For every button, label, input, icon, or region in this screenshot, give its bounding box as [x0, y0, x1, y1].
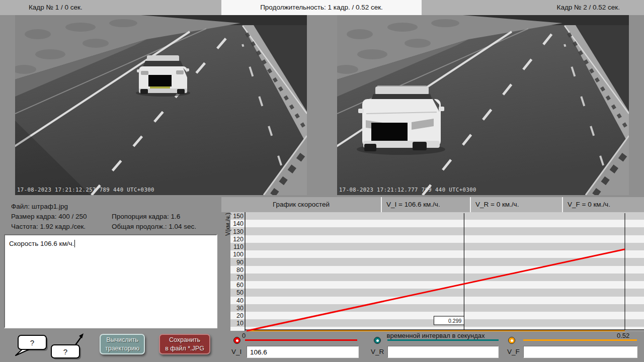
y-tick-label: 50	[236, 289, 244, 296]
frame1-header-label: Кадр № 1 / 0 сек.	[0, 0, 221, 15]
v-i-input[interactable]	[247, 346, 359, 358]
compute-trajectory-button[interactable]: Вычислить траекторию	[100, 334, 145, 354]
x-tick-start: 0	[242, 332, 246, 339]
car-mirror-right	[186, 68, 189, 71]
v-f-label: V_F	[507, 348, 520, 355]
total-duration-label: Общая продолж.: 1.04 sec.	[112, 223, 196, 230]
compute-button-line1: Вычислить	[101, 336, 144, 344]
frame2-header-label: Кадр № 2 / 0.52 сек.	[422, 0, 644, 15]
car-mirror-left	[358, 109, 364, 113]
frame2-photo[interactable]: 17-08-2023 17:21:12.777 789 440 UTC+0300	[337, 15, 629, 195]
v-r-value-cell: V_R = 0 км./ч.	[471, 197, 562, 212]
frame1-photo[interactable]: 17-08-2023 17:21:12.257 789 440 UTC+0300	[15, 15, 307, 195]
v-f-input[interactable]	[523, 346, 637, 358]
x-tick-end: 0.52	[617, 332, 637, 339]
y-tick-label: 110	[233, 243, 244, 250]
proportion-label: Пропорция кадра: 1.6	[112, 213, 180, 220]
car-wheel-left	[140, 89, 148, 94]
v-f-slider-track[interactable]	[523, 339, 637, 341]
license-plate-blackout	[148, 75, 172, 86]
frame2-scene: 17-08-2023 17:21:12.777 789 440 UTC+0300	[337, 15, 629, 195]
v-f-slider-knob[interactable]	[508, 337, 515, 344]
notes-textarea[interactable]: Скорость 106.6 км/ч.	[4, 234, 217, 328]
frame-size-label: Размер кадра: 400 / 250	[11, 213, 87, 220]
v-f-value-cell: V_F = 0 км./ч.	[563, 197, 644, 212]
file-name-label: Файл: штраф1.jpg	[11, 203, 68, 210]
car-mirror-left	[137, 69, 140, 72]
v-r-slider-knob[interactable]	[374, 337, 381, 344]
save-button-line2: в файл *.JPG	[160, 344, 209, 353]
y-tick-label: 140	[233, 220, 244, 227]
duration-header-label: Продолжительность: 1 кадр. / 0.52 сек.	[221, 0, 422, 15]
y-tick-label: 30	[236, 305, 244, 312]
car-wheel-right	[413, 142, 427, 150]
save-jpg-button[interactable]: Сохранить в файл *.JPG	[159, 334, 210, 354]
plate-strip	[150, 86, 170, 88]
car-headlight-left	[141, 71, 148, 75]
v-r-input[interactable]	[387, 346, 499, 358]
car-roof	[375, 86, 429, 95]
compute-button-line2: траекторию	[101, 344, 144, 353]
y-tick-label: 80	[236, 266, 244, 274]
v-i-slider-track[interactable]	[245, 339, 357, 341]
y-tick-label: 70	[236, 274, 244, 281]
y-tick-label: 10	[236, 320, 244, 327]
y-tick-label: 100	[233, 251, 244, 258]
help-bubble-button-2[interactable]: ?	[47, 332, 87, 360]
y-tick-label: 40	[236, 297, 244, 304]
notes-text: Скорость 106.6 км/ч.	[9, 240, 74, 247]
car-wheel-right	[177, 89, 185, 94]
y-tick-label: 120	[233, 236, 244, 243]
v-i-slider-knob[interactable]	[233, 337, 240, 344]
frame1-timestamp: 17-08-2023 17:21:12.257 789 440 UTC+0300	[17, 187, 154, 193]
help-question-mark: ?	[63, 347, 67, 356]
v-r-slider-track[interactable]	[387, 339, 499, 341]
y-tick-label: 130	[233, 228, 244, 235]
chart-title-cell: График скоростей	[221, 197, 381, 212]
speed-chart[interactable]: 1020304050607080901001101201301401500.29…	[221, 212, 644, 333]
y-tick-label: 150	[233, 213, 244, 220]
frequency-label: Частота: 1.92 кадр./сек.	[11, 223, 86, 230]
y-tick-label: 60	[236, 282, 244, 289]
car-headlight-right	[176, 70, 184, 74]
help-question-mark: ?	[30, 338, 34, 347]
y-tick-label: 90	[236, 259, 244, 266]
marker-value-label: 0.299	[448, 318, 461, 324]
y-tick-label: 20	[236, 312, 244, 319]
v-i-label: V_I	[231, 348, 242, 355]
frame1-scene: 17-08-2023 17:21:12.257 789 440 UTC+0300	[15, 15, 307, 195]
help-bubble-button-1[interactable]: ?	[13, 334, 50, 357]
v-r-label: V_R	[371, 348, 384, 355]
frame2-timestamp: 17-08-2023 17:21:12.777 789 440 UTC+0300	[339, 187, 476, 193]
save-button-line1: Сохранить	[160, 336, 209, 344]
bubble-arrow-head	[79, 333, 84, 338]
v-i-value-cell: V_I = 106.6 км./ч.	[382, 197, 470, 212]
text-caret	[74, 240, 75, 247]
car-mirror-right	[439, 107, 444, 111]
car-wheel-left	[364, 144, 376, 151]
chart-x-axis-title: временной интервал в секундах	[285, 332, 587, 339]
